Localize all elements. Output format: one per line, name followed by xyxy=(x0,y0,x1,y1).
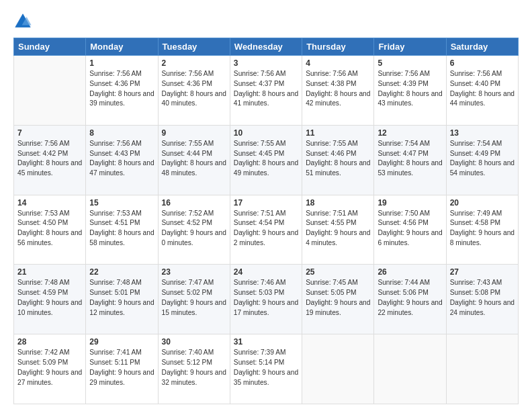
calendar-cell: 10Sunrise: 7:55 AMSunset: 4:45 PMDayligh… xyxy=(230,125,302,195)
day-info: Sunrise: 7:46 AMSunset: 5:03 PMDaylight:… xyxy=(234,278,298,318)
day-number: 7 xyxy=(17,128,82,138)
calendar-cell: 22Sunrise: 7:48 AMSunset: 5:01 PMDayligh… xyxy=(86,265,158,334)
day-info: Sunrise: 7:53 AMSunset: 4:51 PMDaylight:… xyxy=(89,209,154,248)
calendar-cell: 18Sunrise: 7:51 AMSunset: 4:55 PMDayligh… xyxy=(302,195,374,265)
calendar-header-sunday: Sunday xyxy=(14,38,86,56)
day-info: Sunrise: 7:42 AMSunset: 5:09 PMDaylight:… xyxy=(17,348,82,387)
day-number: 25 xyxy=(306,267,370,277)
day-number: 4 xyxy=(306,58,370,68)
day-number: 20 xyxy=(450,198,515,208)
calendar-header-thursday: Thursday xyxy=(302,38,374,56)
day-info: Sunrise: 7:56 AMSunset: 4:36 PMDaylight:… xyxy=(162,69,226,109)
day-number: 27 xyxy=(450,267,515,277)
day-info: Sunrise: 7:51 AMSunset: 4:55 PMDaylight:… xyxy=(306,209,370,248)
day-number: 10 xyxy=(234,128,298,138)
day-number: 24 xyxy=(234,267,298,277)
day-number: 12 xyxy=(378,128,442,138)
calendar-cell: 19Sunrise: 7:50 AMSunset: 4:56 PMDayligh… xyxy=(374,195,446,265)
day-info: Sunrise: 7:55 AMSunset: 4:46 PMDaylight:… xyxy=(306,139,370,179)
day-info: Sunrise: 7:56 AMSunset: 4:42 PMDaylight:… xyxy=(17,139,82,179)
day-number: 3 xyxy=(234,58,298,68)
day-number: 15 xyxy=(89,198,154,208)
calendar-cell: 29Sunrise: 7:41 AMSunset: 5:11 PMDayligh… xyxy=(86,334,158,404)
calendar-cell: 28Sunrise: 7:42 AMSunset: 5:09 PMDayligh… xyxy=(14,334,86,404)
logo-icon xyxy=(13,12,32,31)
calendar-week-4: 21Sunrise: 7:48 AMSunset: 4:59 PMDayligh… xyxy=(14,265,519,334)
day-info: Sunrise: 7:53 AMSunset: 4:50 PMDaylight:… xyxy=(17,209,82,248)
day-info: Sunrise: 7:39 AMSunset: 5:14 PMDaylight:… xyxy=(234,348,298,387)
calendar-cell: 5Sunrise: 7:56 AMSunset: 4:39 PMDaylight… xyxy=(374,56,446,126)
day-info: Sunrise: 7:49 AMSunset: 4:58 PMDaylight:… xyxy=(450,209,515,248)
calendar-week-3: 14Sunrise: 7:53 AMSunset: 4:50 PMDayligh… xyxy=(14,195,519,265)
calendar-cell xyxy=(302,334,374,404)
calendar-cell: 24Sunrise: 7:46 AMSunset: 5:03 PMDayligh… xyxy=(230,265,302,334)
calendar-cell: 7Sunrise: 7:56 AMSunset: 4:42 PMDaylight… xyxy=(14,125,86,195)
day-number: 2 xyxy=(162,58,226,68)
calendar-cell: 15Sunrise: 7:53 AMSunset: 4:51 PMDayligh… xyxy=(86,195,158,265)
calendar-header-tuesday: Tuesday xyxy=(158,38,230,56)
calendar-cell: 17Sunrise: 7:51 AMSunset: 4:54 PMDayligh… xyxy=(230,195,302,265)
day-info: Sunrise: 7:44 AMSunset: 5:06 PMDaylight:… xyxy=(378,278,442,318)
day-info: Sunrise: 7:56 AMSunset: 4:40 PMDaylight:… xyxy=(450,69,515,109)
day-info: Sunrise: 7:43 AMSunset: 5:08 PMDaylight:… xyxy=(450,278,515,318)
calendar-cell xyxy=(14,56,86,126)
calendar-cell: 8Sunrise: 7:56 AMSunset: 4:43 PMDaylight… xyxy=(86,125,158,195)
calendar-cell: 13Sunrise: 7:54 AMSunset: 4:49 PMDayligh… xyxy=(446,125,518,195)
day-info: Sunrise: 7:56 AMSunset: 4:43 PMDaylight:… xyxy=(89,139,154,179)
day-number: 23 xyxy=(162,267,226,277)
calendar-header-row: SundayMondayTuesdayWednesdayThursdayFrid… xyxy=(14,38,519,56)
day-number: 11 xyxy=(306,128,370,138)
day-info: Sunrise: 7:54 AMSunset: 4:47 PMDaylight:… xyxy=(378,139,442,179)
day-number: 19 xyxy=(378,198,442,208)
day-info: Sunrise: 7:40 AMSunset: 5:12 PMDaylight:… xyxy=(162,348,226,387)
day-info: Sunrise: 7:47 AMSunset: 5:02 PMDaylight:… xyxy=(162,278,226,318)
day-info: Sunrise: 7:55 AMSunset: 4:44 PMDaylight:… xyxy=(162,139,226,179)
calendar-cell: 14Sunrise: 7:53 AMSunset: 4:50 PMDayligh… xyxy=(14,195,86,265)
calendar-cell: 6Sunrise: 7:56 AMSunset: 4:40 PMDaylight… xyxy=(446,56,518,126)
day-number: 9 xyxy=(162,128,226,138)
day-number: 28 xyxy=(17,337,82,347)
day-info: Sunrise: 7:56 AMSunset: 4:36 PMDaylight:… xyxy=(89,69,154,109)
day-number: 21 xyxy=(17,267,82,277)
calendar-cell xyxy=(446,334,518,404)
day-number: 1 xyxy=(89,58,154,68)
day-info: Sunrise: 7:45 AMSunset: 5:05 PMDaylight:… xyxy=(306,278,370,318)
calendar-cell: 12Sunrise: 7:54 AMSunset: 4:47 PMDayligh… xyxy=(374,125,446,195)
day-number: 31 xyxy=(234,337,298,347)
calendar-cell: 26Sunrise: 7:44 AMSunset: 5:06 PMDayligh… xyxy=(374,265,446,334)
calendar-week-2: 7Sunrise: 7:56 AMSunset: 4:42 PMDaylight… xyxy=(14,125,519,195)
calendar-week-5: 28Sunrise: 7:42 AMSunset: 5:09 PMDayligh… xyxy=(14,334,519,404)
calendar-table: SundayMondayTuesdayWednesdayThursdayFrid… xyxy=(13,38,519,404)
calendar-cell: 21Sunrise: 7:48 AMSunset: 4:59 PMDayligh… xyxy=(14,265,86,334)
day-info: Sunrise: 7:48 AMSunset: 4:59 PMDaylight:… xyxy=(17,278,82,318)
calendar-cell: 1Sunrise: 7:56 AMSunset: 4:36 PMDaylight… xyxy=(86,56,158,126)
day-number: 8 xyxy=(89,128,154,138)
calendar-cell: 4Sunrise: 7:56 AMSunset: 4:38 PMDaylight… xyxy=(302,56,374,126)
day-info: Sunrise: 7:50 AMSunset: 4:56 PMDaylight:… xyxy=(378,209,442,248)
calendar-cell xyxy=(374,334,446,404)
calendar-cell: 25Sunrise: 7:45 AMSunset: 5:05 PMDayligh… xyxy=(302,265,374,334)
page: SundayMondayTuesdayWednesdayThursdayFrid… xyxy=(0,0,532,411)
day-info: Sunrise: 7:56 AMSunset: 4:37 PMDaylight:… xyxy=(234,69,298,109)
day-info: Sunrise: 7:55 AMSunset: 4:45 PMDaylight:… xyxy=(234,139,298,179)
calendar-cell: 31Sunrise: 7:39 AMSunset: 5:14 PMDayligh… xyxy=(230,334,302,404)
logo xyxy=(13,12,35,31)
day-info: Sunrise: 7:51 AMSunset: 4:54 PMDaylight:… xyxy=(234,209,298,248)
day-number: 17 xyxy=(234,198,298,208)
day-number: 22 xyxy=(89,267,154,277)
calendar-cell: 23Sunrise: 7:47 AMSunset: 5:02 PMDayligh… xyxy=(158,265,230,334)
calendar-cell: 27Sunrise: 7:43 AMSunset: 5:08 PMDayligh… xyxy=(446,265,518,334)
day-info: Sunrise: 7:48 AMSunset: 5:01 PMDaylight:… xyxy=(89,278,154,318)
day-info: Sunrise: 7:56 AMSunset: 4:38 PMDaylight:… xyxy=(306,69,370,109)
day-number: 13 xyxy=(450,128,515,138)
calendar-week-1: 1Sunrise: 7:56 AMSunset: 4:36 PMDaylight… xyxy=(14,56,519,126)
day-number: 29 xyxy=(89,337,154,347)
day-info: Sunrise: 7:54 AMSunset: 4:49 PMDaylight:… xyxy=(450,139,515,179)
calendar-header-friday: Friday xyxy=(374,38,446,56)
calendar-cell: 16Sunrise: 7:52 AMSunset: 4:52 PMDayligh… xyxy=(158,195,230,265)
day-info: Sunrise: 7:41 AMSunset: 5:11 PMDaylight:… xyxy=(89,348,154,387)
day-number: 30 xyxy=(162,337,226,347)
day-number: 14 xyxy=(17,198,82,208)
calendar-header-monday: Monday xyxy=(86,38,158,56)
day-number: 6 xyxy=(450,58,515,68)
